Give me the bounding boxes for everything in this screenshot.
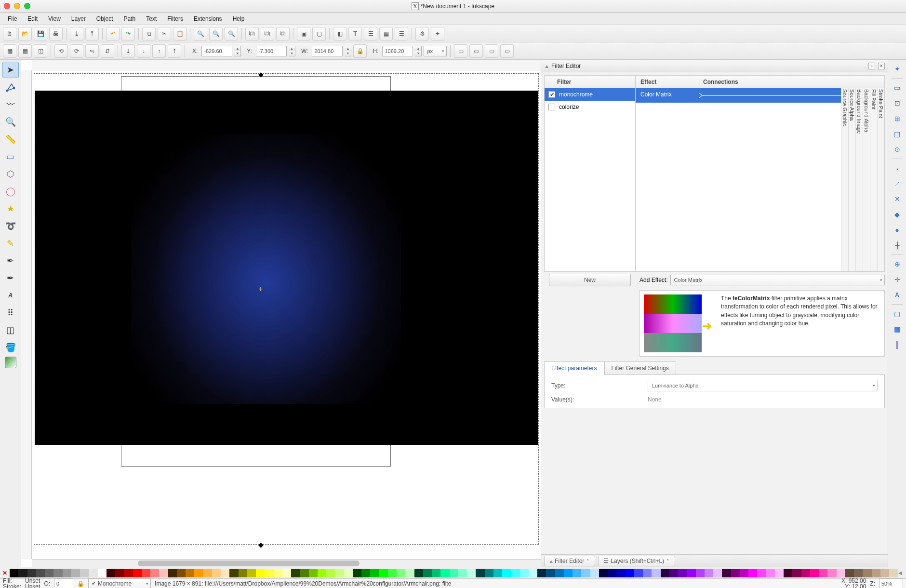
color-swatch[interactable] [626, 569, 634, 577]
docked-tab-layers[interactable]: ☰Layers (Shift+Ctrl+L)⌃ [598, 556, 675, 566]
color-swatch[interactable] [326, 569, 335, 577]
color-swatch[interactable] [10, 569, 18, 577]
color-swatch[interactable] [564, 569, 573, 577]
color-swatch[interactable] [485, 569, 493, 577]
color-swatch[interactable] [854, 569, 863, 577]
snap-object-center-button[interactable]: ⊕ [890, 257, 905, 271]
source-stroke-paint[interactable]: Stroke Paint [877, 88, 884, 271]
color-swatch[interactable] [361, 569, 370, 577]
color-swatch[interactable] [53, 569, 62, 577]
color-swatch[interactable] [18, 569, 27, 577]
no-color-swatch[interactable]: ✕ [0, 570, 10, 576]
tweak-tool[interactable]: 〰 [2, 96, 19, 113]
rotate-cw-button[interactable]: ⟳ [70, 44, 83, 58]
lower-button[interactable]: ↓ [137, 44, 150, 58]
color-swatch[interactable] [370, 569, 379, 577]
panel-minimize-button[interactable]: ▫ [868, 63, 875, 69]
color-swatch[interactable] [212, 569, 221, 577]
color-swatch[interactable] [107, 569, 115, 577]
clone-button[interactable]: ⿻ [261, 27, 274, 40]
add-effect-combo[interactable]: Color Matrix [670, 275, 885, 285]
vertical-ruler[interactable] [21, 70, 32, 559]
color-swatch[interactable] [537, 569, 546, 577]
flip-v-button[interactable]: ⇵ [101, 44, 114, 58]
paint-bucket-tool[interactable]: 🪣 [2, 339, 19, 356]
calligraphy-tool[interactable]: ✒ [2, 270, 19, 286]
color-swatch[interactable] [450, 569, 458, 577]
text-dialog-button[interactable]: T [348, 27, 362, 40]
bezier-tool[interactable]: ✒ [2, 253, 19, 269]
color-swatch[interactable] [247, 569, 256, 577]
color-swatch[interactable] [696, 569, 705, 577]
color-swatch[interactable] [239, 569, 247, 577]
menu-help[interactable]: Help [228, 14, 250, 24]
image-object[interactable] [35, 91, 538, 445]
snap-edge-button[interactable]: ⊡ [890, 96, 905, 110]
flip-h-button[interactable]: ⇋ [85, 44, 99, 58]
unlink-clone-button[interactable]: ⿻ [276, 27, 290, 40]
eraser-tool[interactable]: ◫ [2, 322, 19, 338]
color-swatch[interactable] [344, 569, 353, 577]
color-swatch[interactable] [643, 569, 652, 577]
color-swatch[interactable] [520, 569, 529, 577]
lower-bottom-button[interactable]: ⤓ [121, 44, 135, 58]
color-swatch[interactable] [353, 569, 361, 577]
color-swatch[interactable] [889, 569, 898, 577]
color-swatch[interactable] [27, 569, 36, 577]
align-dialog-button[interactable]: ▦ [379, 27, 393, 40]
color-swatch[interactable] [423, 569, 432, 577]
print-button[interactable]: 🖶 [49, 27, 63, 40]
deselect-button[interactable]: ◫ [34, 44, 47, 58]
color-swatch[interactable] [300, 569, 308, 577]
menu-object[interactable]: Object [92, 14, 118, 24]
color-swatch[interactable] [63, 569, 71, 577]
select-all-button[interactable]: ▦ [3, 44, 16, 58]
color-swatch[interactable] [98, 569, 107, 577]
document-properties-button[interactable]: ✦ [431, 27, 444, 40]
color-swatch[interactable] [766, 569, 775, 577]
menu-path[interactable]: Path [119, 14, 141, 24]
color-swatch[interactable] [669, 569, 678, 577]
snap-bbox-button[interactable]: ▭ [890, 80, 905, 95]
color-swatch[interactable] [405, 569, 414, 577]
zoom-tool[interactable]: 🔍 [2, 114, 19, 130]
menu-filters[interactable]: Filters [162, 14, 188, 24]
color-swatch[interactable] [89, 569, 97, 577]
undo-button[interactable]: ↶ [106, 27, 120, 40]
export-button[interactable]: ⤒ [85, 27, 99, 40]
color-swatch[interactable] [133, 569, 142, 577]
x-spinner[interactable]: ▲▼ [234, 46, 241, 56]
color-swatch[interactable] [124, 569, 133, 577]
color-swatch[interactable] [678, 569, 687, 577]
lock-icon[interactable]: 🔒 [77, 580, 84, 587]
color-swatch[interactable] [274, 569, 282, 577]
type-combo[interactable]: Luminance to Alpha [648, 380, 878, 391]
text-tool[interactable]: A [2, 287, 19, 304]
panel-close-button[interactable]: ✕ [878, 63, 885, 69]
horizontal-ruler[interactable] [32, 60, 541, 70]
h-spinner[interactable]: ▲▼ [415, 46, 422, 56]
y-input[interactable] [256, 46, 287, 56]
stroke-value[interactable]: Unset [25, 584, 40, 588]
color-swatch[interactable] [502, 569, 511, 577]
menu-edit[interactable]: Edit [23, 14, 42, 24]
menu-layer[interactable]: Layer [67, 14, 91, 24]
color-swatch[interactable] [827, 569, 836, 577]
select-layers-button[interactable]: ▦ [18, 44, 32, 58]
lock-aspect-button[interactable]: 🔒 [353, 44, 367, 58]
affect-corners-button[interactable]: ▭ [469, 44, 483, 58]
raise-button[interactable]: ↑ [152, 44, 166, 58]
color-swatch[interactable] [458, 569, 467, 577]
color-swatch[interactable] [731, 569, 740, 577]
color-swatch[interactable] [309, 569, 318, 577]
color-swatch[interactable] [150, 569, 159, 577]
ungroup-button[interactable]: ▢ [312, 27, 326, 40]
affect-pattern-button[interactable]: ▭ [500, 44, 514, 58]
color-swatch[interactable] [810, 569, 819, 577]
color-swatch[interactable] [740, 569, 748, 577]
filter-checkbox[interactable]: ✔ [548, 91, 555, 98]
zoom-drawing-button[interactable]: 🔍 [209, 27, 223, 40]
snap-smooth-button[interactable]: ● [890, 223, 905, 237]
color-swatch[interactable] [115, 569, 124, 577]
x-input[interactable] [201, 46, 232, 56]
